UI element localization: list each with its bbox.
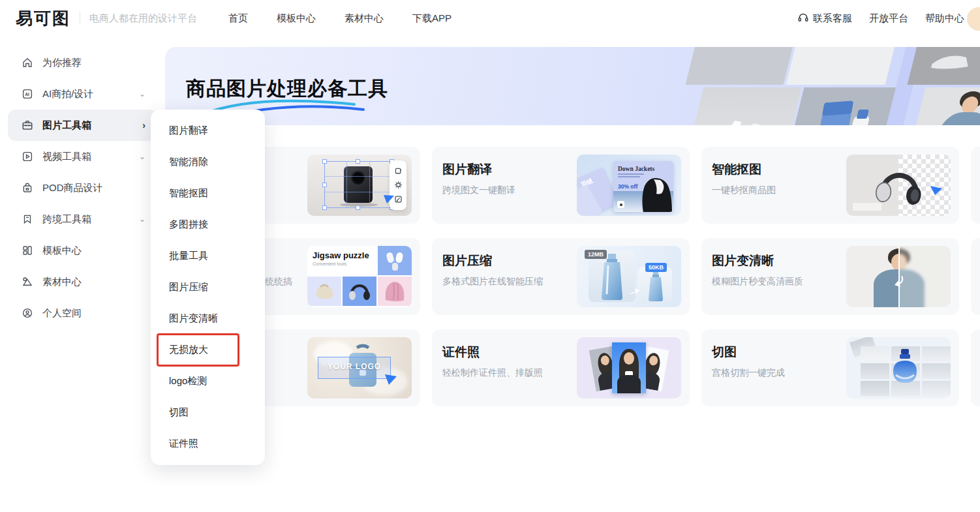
- tool-card-image-enhance[interactable]: 图片变清晰 模糊图片秒变高清画质: [701, 238, 959, 315]
- card-subtitle: 模糊图片秒变高清画质: [712, 276, 803, 288]
- thumb-id-photos: [577, 337, 681, 399]
- poster-title: Down Jackets: [618, 166, 654, 172]
- tool-card-grid-slice[interactable]: 切图 宫格切割一键完成: [701, 329, 959, 406]
- headset-icon: [797, 12, 809, 25]
- svg-text:AI: AI: [25, 92, 29, 97]
- sidebar-item-label: 素材中心: [42, 276, 145, 288]
- jigsaw-title: Jigsaw puzzle: [313, 250, 376, 260]
- hero-banner: pure 商品图片处理必备工具: [165, 47, 980, 125]
- sidebar-item-label: AI商拍/设计: [42, 88, 139, 100]
- sidebar-item-template-center[interactable]: 模板中心: [8, 235, 157, 266]
- sidebar: 为你推荐 AI AI商拍/设计 ⌄ 图片工具箱 › 视频工具箱 ⌄: [0, 37, 165, 512]
- flyout-item-lossless-upscale[interactable]: 无损放大: [151, 334, 265, 365]
- nav-open-platform[interactable]: 开放平台: [869, 12, 908, 25]
- nav-asset-center[interactable]: 素材中心: [345, 12, 384, 25]
- partial-card-sliver: [971, 329, 980, 406]
- thumb-grid-slice: [846, 337, 951, 399]
- video-icon: [21, 150, 34, 163]
- card-subtitle: 轻松制作证件照、排版照: [442, 367, 543, 379]
- card-subtitle: 一键秒抠商品图: [712, 185, 776, 196]
- flyout-item-id-photo[interactable]: 证件照: [151, 428, 265, 459]
- size-before-badge: 12MB: [585, 250, 607, 259]
- thumb-speaker-editor: [307, 155, 412, 216]
- tool-card-image-translate[interactable]: 图片翻译 跨境图文一键翻译 羽绒 Down Jackets 30% off: [432, 147, 690, 224]
- flyout-item-smart-erase[interactable]: 智能消除: [151, 146, 265, 177]
- sidebar-item-crossborder-toolbox[interactable]: 跨境工具箱 ⌄: [8, 203, 157, 235]
- flyout-item-image-translate[interactable]: 图片翻译: [151, 115, 265, 146]
- divider: [80, 12, 80, 25]
- app-logo[interactable]: 易可图: [16, 7, 70, 30]
- tool-card-smart-cutout[interactable]: 智能抠图 一键秒抠商品图: [701, 147, 959, 224]
- user-icon: [21, 307, 34, 320]
- gear-icon: [394, 181, 403, 189]
- cursor-icon: [382, 192, 395, 205]
- thumb-portrait-enhance: [846, 246, 951, 307]
- nav-label: 联系客服: [813, 12, 852, 25]
- thumb-headphones-cutout: [846, 155, 951, 216]
- chevron-down-icon: ⌄: [139, 152, 145, 161]
- user-avatar[interactable]: [967, 7, 980, 31]
- crop-icon: [394, 167, 403, 175]
- sidebar-item-asset-center[interactable]: 素材中心: [8, 266, 157, 297]
- sidebar-item-pod-design[interactable]: POD商品设计: [8, 172, 157, 203]
- tool-card-image-compress[interactable]: 图片压缩 多格式图片在线智能压缩 12MB 50KB: [432, 238, 690, 315]
- flyout-item-batch-tools[interactable]: 批量工具: [151, 240, 265, 271]
- nav-home[interactable]: 首页: [228, 12, 248, 25]
- thumb-jigsaw-collage: Jigsaw puzzle Convenient tools: [307, 246, 412, 307]
- card-subtitle: 跨境图文一键翻译: [442, 185, 515, 196]
- flyout-item-image-enhance[interactable]: 图片变清晰: [151, 303, 265, 334]
- thumb-bottle-compress: 12MB 50KB: [577, 246, 681, 307]
- card-title: 证件照: [442, 344, 480, 361]
- partial-card-sliver: [971, 238, 980, 315]
- jigsaw-subtitle: Convenient tools: [313, 262, 376, 266]
- sidebar-item-label: 个人空间: [42, 307, 145, 320]
- sidebar-item-video-toolbox[interactable]: 视频工具箱 ⌄: [8, 141, 157, 172]
- thumb-logo-detect: YOUR LOGO: [307, 337, 412, 399]
- card-title: 图片翻译: [442, 161, 492, 178]
- flyout-item-logo-detect[interactable]: logo检测: [151, 365, 265, 397]
- partial-card-sliver: [971, 147, 980, 224]
- template-grid-icon: [21, 244, 34, 257]
- flyout-item-smart-cutout[interactable]: 智能抠图: [151, 177, 265, 209]
- thumb-down-jackets: 羽绒 Down Jackets 30% off: [577, 155, 681, 216]
- nav-label: 开放平台: [869, 12, 908, 25]
- card-title: 图片变清晰: [712, 252, 774, 269]
- pod-bag-icon: [21, 181, 34, 194]
- banner-product-collage: pure: [699, 47, 980, 125]
- sidebar-item-label: POD商品设计: [42, 182, 145, 194]
- top-nav: 首页 模板中心 素材中心 下载APP: [228, 12, 452, 25]
- flyout-item-slice[interactable]: 切图: [151, 397, 265, 428]
- card-title: 图片压缩: [442, 252, 492, 269]
- ai-icon: AI: [21, 87, 34, 100]
- nav-contact-support[interactable]: 联系客服: [797, 12, 852, 25]
- shapes-icon: [21, 275, 34, 288]
- card-subtitle-fragment: 统统搞: [265, 276, 292, 288]
- chevron-right-icon: ›: [142, 120, 145, 130]
- chevron-down-icon: ⌄: [139, 215, 145, 224]
- sidebar-item-recommended[interactable]: 为你推荐: [8, 47, 157, 78]
- card-title: 智能抠图: [712, 161, 761, 178]
- poster-discount: 30% off: [618, 183, 637, 190]
- tool-card-id-photo[interactable]: 证件照 轻松制作证件照、排版照: [432, 329, 690, 406]
- sidebar-item-label: 模板中心: [42, 245, 145, 257]
- header-right-nav: 联系客服 开放平台 帮助中心: [797, 12, 964, 25]
- flyout-item-multi-image-stitch[interactable]: 多图拼接: [151, 209, 265, 240]
- edit-pencil-icon: [394, 195, 403, 203]
- image-toolbox-flyout-menu: 图片翻译 智能消除 智能抠图 多图拼接 批量工具 图片压缩 图片变清晰 无损放大…: [151, 110, 265, 465]
- cursor-icon: [384, 374, 397, 385]
- sidebar-item-image-toolbox[interactable]: 图片工具箱 ›: [8, 110, 157, 141]
- flyout-item-image-compress[interactable]: 图片压缩: [151, 271, 265, 303]
- sidebar-item-ai-design[interactable]: AI AI商拍/设计 ⌄: [8, 78, 157, 110]
- nav-download-app[interactable]: 下载APP: [412, 12, 452, 25]
- sidebar-item-label: 跨境工具箱: [42, 213, 139, 226]
- tool-card-grid: 图片翻译 跨境图文一键翻译 羽绒 Down Jackets 30% off: [162, 147, 959, 406]
- sidebar-item-personal-space[interactable]: 个人空间: [8, 297, 157, 329]
- banner-title: 商品图片处理必备工具: [186, 76, 388, 102]
- sidebar-item-label: 视频工具箱: [42, 151, 139, 163]
- nav-help-center[interactable]: 帮助中心: [925, 12, 964, 25]
- nav-template-center[interactable]: 模板中心: [277, 12, 316, 25]
- sidebar-item-label: 为你推荐: [42, 57, 145, 69]
- card-title: 切图: [712, 344, 737, 361]
- page: 易可图 电商人都在用的设计平台 首页 模板中心 素材中心 下载APP 联系客服: [0, 0, 980, 512]
- app-tagline: 电商人都在用的设计平台: [89, 12, 197, 25]
